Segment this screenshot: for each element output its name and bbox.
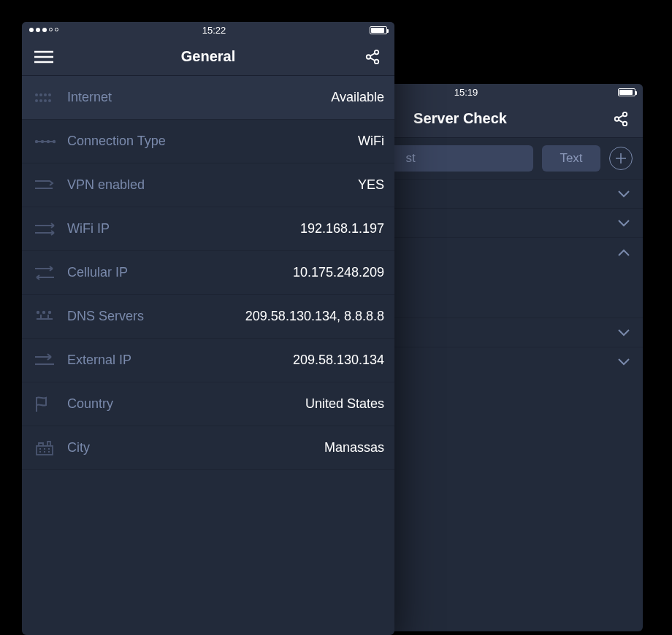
row-value: Manassas [324,440,384,455]
svg-point-4 [367,55,371,59]
row-cellular-ip[interactable]: Cellular IP 10.175.248.209 [22,251,394,295]
row-value: 192.168.1.197 [300,221,384,236]
row-country[interactable]: Country United States [22,382,394,426]
svg-point-5 [375,59,379,64]
battery-icon [618,88,635,96]
row-label: Cellular IP [67,265,128,280]
chevron-down-icon [618,190,630,198]
svg-point-21 [48,310,51,313]
svg-point-7 [39,93,42,96]
svg-rect-22 [37,318,53,320]
row-connection-type[interactable]: Connection Type WiFi [22,120,394,163]
status-time: 15:19 [454,87,478,98]
status-bar: 15:22 [22,22,394,38]
row-label: Country [67,396,113,412]
svg-point-11 [39,99,42,102]
row-label: DNS Servers [67,309,144,324]
cellular-ip-icon [34,265,56,281]
row-city[interactable]: City Manassas [22,426,394,470]
city-icon [34,440,55,456]
svg-point-6 [35,93,38,96]
svg-point-10 [35,99,38,102]
svg-point-0 [623,112,627,116]
signal-dots-icon [29,28,58,32]
row-value: 10.175.248.209 [293,265,384,280]
svg-point-1 [615,117,619,121]
svg-point-3 [375,50,379,54]
share-button[interactable] [611,109,631,129]
chevron-down-icon [618,358,630,366]
row-label: VPN enabled [67,177,145,193]
row-label: Internet [67,90,112,105]
add-button[interactable] [609,147,633,170]
svg-rect-23 [40,315,42,319]
svg-point-13 [48,99,51,102]
flag-icon [34,396,55,413]
row-value: WiFi [358,134,384,149]
svg-point-8 [44,93,47,96]
svg-point-12 [44,99,47,102]
share-icon [364,49,381,65]
plus-icon [615,153,627,164]
svg-rect-24 [47,315,49,319]
hamburger-icon [34,50,53,64]
row-label: External IP [67,353,131,368]
menu-button[interactable] [34,47,54,67]
row-label: WiFi IP [67,221,110,236]
row-value: United States [305,396,384,412]
chevron-up-icon [618,249,630,256]
row-internet[interactable]: Internet Available [22,76,394,120]
row-value: 209.58.130.134, 8.8.8.8 [245,309,384,324]
vpn-icon [34,178,56,193]
network-icon [34,91,56,104]
row-external-ip[interactable]: External IP 209.58.130.134 [22,339,394,382]
status-time: 15:22 [202,25,226,36]
row-value: Available [331,90,384,105]
external-ip-icon [34,353,56,368]
chevron-down-icon [618,329,630,336]
svg-point-2 [623,121,627,126]
share-button[interactable] [362,47,383,67]
dns-icon [34,309,56,324]
segment-text[interactable]: Text [542,145,600,172]
svg-rect-18 [37,141,53,142]
nav-bar: General [22,38,394,76]
share-icon [613,111,629,127]
wifi-ip-icon [34,221,56,237]
battery-icon [370,26,387,34]
connection-icon [34,136,56,147]
page-title: General [22,48,394,65]
svg-point-19 [37,310,39,313]
general-screen: 15:22 General Internet Available Connect… [22,22,394,635]
svg-point-9 [48,93,51,96]
row-vpn[interactable]: VPN enabled YES [22,163,394,207]
row-label: City [67,440,90,455]
row-value: 209.58.130.134 [293,353,384,368]
row-value: YES [358,177,384,193]
svg-point-20 [42,310,45,313]
row-dns[interactable]: DNS Servers 209.58.130.134, 8.8.8.8 [22,295,394,339]
row-label: Connection Type [67,134,166,149]
svg-rect-25 [37,446,53,455]
chevron-down-icon [618,220,630,227]
row-wifi-ip[interactable]: WiFi IP 192.168.1.197 [22,207,394,251]
